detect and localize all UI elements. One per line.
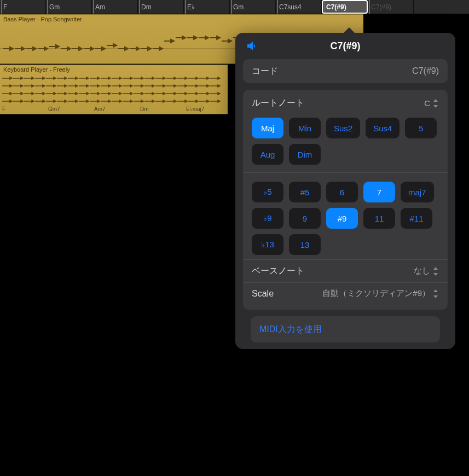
- bass-note-value: なし: [414, 266, 430, 276]
- region-chord-labels: FGm7Am7DmE♭maj7: [0, 106, 228, 114]
- region-chord-label: F: [0, 106, 46, 114]
- bass-note-row[interactable]: ベースノート なし: [243, 259, 448, 282]
- root-note-row[interactable]: ルートノート C: [243, 92, 448, 114]
- extension-pill-6[interactable]: 6: [326, 182, 358, 202]
- scale-row[interactable]: Scale 自動（ミクソリディアン#9）: [243, 282, 448, 304]
- midi-input-label: MIDI入力を使用: [259, 324, 322, 335]
- track-label: Bass Player - Pop Songwriter: [3, 16, 82, 22]
- popover-title: C7(#9): [330, 40, 360, 52]
- extension-pill-5[interactable]: #5: [289, 182, 321, 202]
- chord-cell-label: F: [3, 3, 7, 11]
- scale-label: Scale: [252, 289, 274, 299]
- extension-pill-7[interactable]: 7: [363, 182, 395, 202]
- quality-pill-sus2[interactable]: Sus2: [326, 118, 360, 138]
- chord-cell-label: C7sus4: [279, 3, 302, 11]
- chord-editor-popover: C7(#9) コード C7(#9) ルートノート C MajMinSus2Sus…: [235, 33, 455, 349]
- region-chord-label: E♭maj7: [184, 106, 228, 114]
- bass-note-label: ベースノート: [252, 265, 304, 277]
- chord-cell-label: Dm: [141, 3, 152, 11]
- chord-cell-label: E♭: [187, 3, 195, 11]
- chord-cell-label: Am: [95, 3, 105, 11]
- updown-icon: [432, 289, 439, 298]
- updown-icon: [432, 267, 439, 276]
- extension-pill-9[interactable]: 9: [289, 208, 321, 229]
- speaker-icon[interactable]: [245, 39, 258, 55]
- region-chord-label: Am7: [92, 106, 138, 114]
- chord-strip: FGmAmDmE♭GmC7sus4C7(#9)C7(#9): [0, 0, 469, 14]
- root-note-label: ルートノート: [252, 97, 304, 109]
- extension-pill-9[interactable]: ♭9: [252, 208, 283, 229]
- chord-cell[interactable]: Dm: [138, 0, 184, 14]
- quality-pills: MajMinSus2Sus45AugDim: [243, 114, 448, 169]
- chord-cell-label: Gm: [233, 3, 244, 11]
- chord-label: コード: [252, 66, 278, 77]
- extension-pill-13[interactable]: ♭13: [252, 234, 283, 255]
- chord-cell[interactable]: Gm: [230, 0, 276, 14]
- track-label: Keyboard Player - Freely: [3, 66, 70, 73]
- scale-value: 自動（ミクソリディアン#9）: [322, 288, 430, 299]
- chord-cell[interactable]: Gm: [46, 0, 92, 14]
- chord-cell[interactable]: C7sus4: [276, 0, 322, 14]
- extension-pill-maj7[interactable]: maj7: [401, 182, 434, 202]
- chord-name-field[interactable]: コード C7(#9): [243, 59, 448, 83]
- chord-cell[interactable]: E♭: [184, 0, 230, 14]
- chord-cell-label: Gm: [49, 3, 60, 11]
- region-chord-label: Dm: [138, 106, 184, 114]
- chord-cell[interactable]: C7(#9): [322, 0, 368, 14]
- chord-builder-group: ルートノート C MajMinSus2Sus45AugDim ♭5#567maj…: [243, 90, 448, 310]
- updown-icon: [432, 99, 439, 108]
- extension-pills: ♭5#567maj7♭99#911#11♭1313: [243, 172, 448, 259]
- extension-pill-5[interactable]: ♭5: [252, 182, 283, 202]
- extension-pill-11[interactable]: 11: [363, 208, 395, 229]
- track-keys[interactable]: Keyboard Player - Freely FGm7Am7DmE♭maj7: [0, 65, 228, 114]
- chord-value: C7(#9): [412, 66, 439, 76]
- chord-cell[interactable]: F: [0, 0, 46, 14]
- quality-pill-aug[interactable]: Aug: [252, 144, 283, 165]
- quality-pill-dim[interactable]: Dim: [289, 144, 321, 165]
- quality-pill-5[interactable]: 5: [405, 118, 437, 138]
- chord-cell-label: C7(#9): [326, 3, 346, 11]
- chord-cell-label: C7(#9): [371, 3, 391, 11]
- extension-pill-9[interactable]: #9: [326, 208, 358, 229]
- extension-pill-11[interactable]: #11: [401, 208, 432, 229]
- extension-pill-13[interactable]: 13: [289, 234, 321, 255]
- quality-pill-maj[interactable]: Maj: [252, 118, 283, 138]
- quality-pill-sus4[interactable]: Sus4: [366, 118, 399, 138]
- quality-pill-min[interactable]: Min: [289, 118, 321, 138]
- midi-input-button[interactable]: MIDI入力を使用: [251, 316, 440, 343]
- chord-cell[interactable]: C7(#9): [368, 0, 414, 14]
- chord-cell[interactable]: Am: [92, 0, 138, 14]
- region-chord-label: Gm7: [46, 106, 92, 114]
- root-note-value: C: [424, 98, 430, 108]
